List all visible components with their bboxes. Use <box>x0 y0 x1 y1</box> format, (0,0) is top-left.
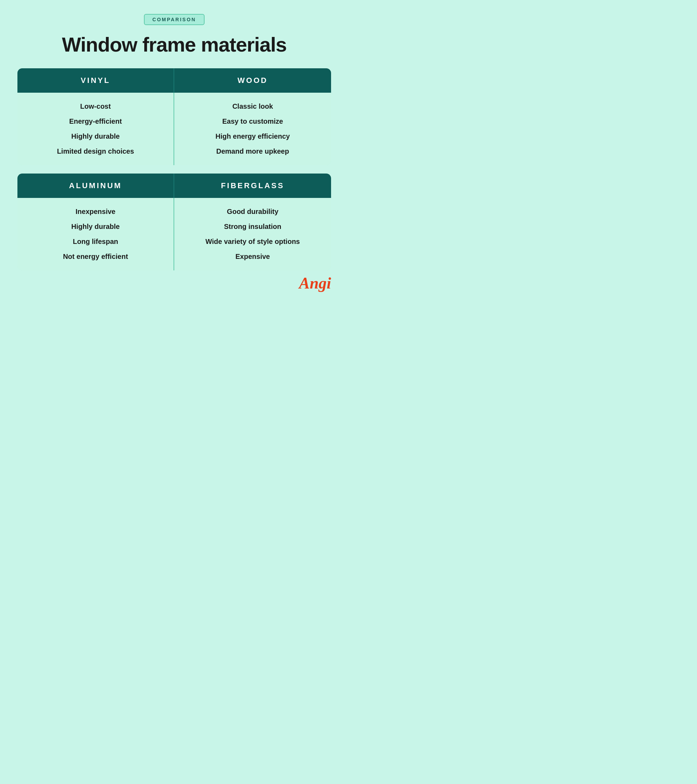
feature-item: Wide variety of style options <box>206 238 300 245</box>
feature-item: Good durability <box>227 208 278 216</box>
table-1-col-2-body: Classic lookEasy to customizeHigh energy… <box>174 93 331 165</box>
comparison-table-2: ALUMINUMFIBERGLASSInexpensiveHighly dura… <box>17 173 331 270</box>
feature-item: Expensive <box>236 253 270 261</box>
feature-item: Not energy efficient <box>63 253 128 261</box>
angi-logo: Angi <box>299 274 331 292</box>
comparison-table-1: VINYLWOODLow-costEnergy-efficientHighly … <box>17 68 331 165</box>
table-2-col-2-body: Good durabilityStrong insulationWide var… <box>174 198 331 270</box>
feature-item: Long lifespan <box>73 238 118 245</box>
feature-item: High energy efficiency <box>215 132 290 140</box>
table-1-header: VINYLWOOD <box>17 68 331 93</box>
table-2-col-1-body: InexpensiveHighly durableLong lifespanNo… <box>17 198 174 270</box>
feature-item: Classic look <box>232 102 273 110</box>
table-1-body: Low-costEnergy-efficientHighly durableLi… <box>17 93 331 165</box>
table-1-col-1-header: VINYL <box>17 68 174 93</box>
table-2-col-1-header: ALUMINUM <box>17 173 174 198</box>
table-1-col-2-header: WOOD <box>174 68 331 93</box>
table-2-header: ALUMINUMFIBERGLASS <box>17 173 331 198</box>
feature-item: Demand more upkeep <box>216 147 289 155</box>
table-2-body: InexpensiveHighly durableLong lifespanNo… <box>17 198 331 270</box>
feature-item: Low-cost <box>80 102 111 110</box>
feature-item: Inexpensive <box>76 208 116 216</box>
feature-item: Highly durable <box>71 222 120 231</box>
feature-item: Highly durable <box>71 132 120 140</box>
table-1-col-1-body: Low-costEnergy-efficientHighly durableLi… <box>17 93 174 165</box>
comparison-badge: COMPARISON <box>144 14 204 25</box>
feature-item: Energy-efficient <box>69 117 122 125</box>
comparison-grid: VINYLWOODLow-costEnergy-efficientHighly … <box>17 68 331 270</box>
table-2-col-2-header: FIBERGLASS <box>174 173 331 198</box>
feature-item: Easy to customize <box>222 117 283 125</box>
feature-item: Limited design choices <box>57 147 134 155</box>
page-title: Window frame materials <box>62 33 287 56</box>
feature-item: Strong insulation <box>224 222 281 231</box>
